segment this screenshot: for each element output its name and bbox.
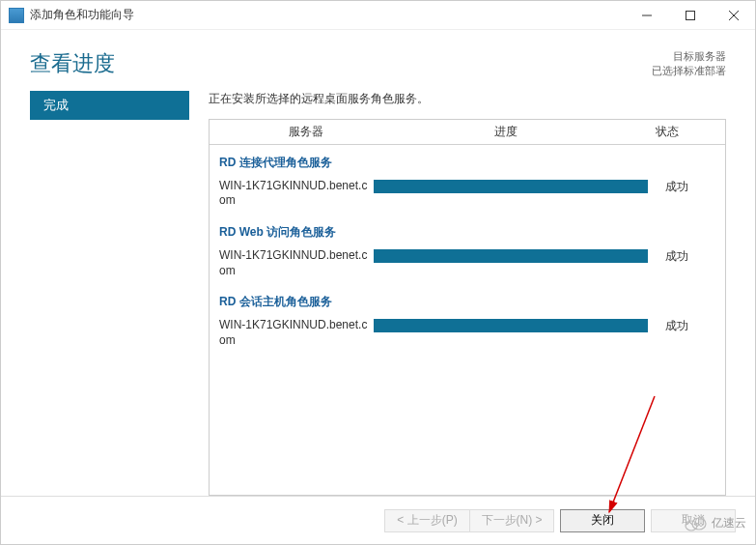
app-icon — [9, 8, 24, 23]
progress-bar-wrap — [374, 248, 648, 263]
content: 正在安装所选择的远程桌面服务角色服务。 服务器 进度 状态 RD 连接代理角色服… — [189, 91, 755, 496]
minimize-button[interactable] — [625, 1, 668, 29]
target-info-label: 目标服务器 — [652, 49, 726, 64]
progress-panel: 服务器 进度 状态 RD 连接代理角色服务 WIN-1K71GKINNUD.be… — [209, 119, 726, 496]
nav-button-group: < 上一步(P) 下一步(N) > — [384, 509, 554, 532]
target-info: 目标服务器 已选择标准部署 — [652, 49, 726, 79]
page-title: 查看进度 — [30, 49, 115, 78]
server-name: WIN-1K71GKINNUD.benet.com — [219, 248, 374, 278]
status-value: 成功 — [648, 179, 715, 195]
prev-button: < 上一步(P) — [384, 509, 469, 532]
server-name: WIN-1K71GKINNUD.benet.com — [219, 179, 374, 209]
progress-bar-wrap — [374, 318, 648, 332]
sidebar-step-done: 完成 — [30, 91, 189, 120]
col-header-status: 状态 — [609, 120, 725, 144]
maximize-button[interactable] — [668, 1, 712, 29]
wizard-window: 添加角色和功能向导 查看进度 目标服务器 已选择标准部署 完成 正在安装所选择的… — [0, 0, 756, 545]
target-info-value: 已选择标准部署 — [652, 64, 726, 78]
window-controls — [625, 1, 755, 29]
progress-headers: 服务器 进度 状态 — [210, 120, 725, 145]
status-value: 成功 — [648, 248, 715, 265]
service-row: WIN-1K71GKINNUD.benet.com 成功 — [219, 318, 715, 348]
service-row: WIN-1K71GKINNUD.benet.com 成功 — [219, 248, 715, 278]
service-block: RD 连接代理角色服务 WIN-1K71GKINNUD.benet.com 成功 — [210, 145, 725, 215]
header-area: 查看进度 目标服务器 已选择标准部署 — [1, 30, 755, 91]
install-message: 正在安装所选择的远程桌面服务角色服务。 — [209, 91, 726, 107]
service-title: RD 连接代理角色服务 — [219, 155, 715, 171]
progress-bar-wrap — [374, 179, 648, 193]
progress-bar — [374, 180, 648, 193]
svg-rect-1 — [686, 11, 694, 19]
service-title: RD Web 访问角色服务 — [219, 224, 715, 241]
sidebar: 完成 — [30, 91, 189, 496]
service-block: RD 会话主机角色服务 WIN-1K71GKINNUD.benet.com 成功 — [210, 284, 725, 354]
next-button: 下一步(N) > — [469, 509, 554, 532]
progress-bar — [374, 319, 648, 332]
titlebar: 添加角色和功能向导 — [1, 1, 755, 30]
server-name: WIN-1K71GKINNUD.benet.com — [219, 318, 374, 348]
cancel-button: 取消 — [651, 509, 736, 532]
body-area: 完成 正在安装所选择的远程桌面服务角色服务。 服务器 进度 状态 RD 连接代理… — [1, 91, 755, 496]
close-button[interactable]: 关闭 — [560, 509, 645, 532]
service-row: WIN-1K71GKINNUD.benet.com 成功 — [219, 179, 715, 209]
status-value: 成功 — [648, 318, 715, 334]
footer: < 上一步(P) 下一步(N) > 关闭 取消 — [1, 496, 755, 544]
close-window-button[interactable] — [712, 1, 755, 29]
progress-bar — [374, 249, 648, 263]
col-header-progress: 进度 — [403, 120, 609, 144]
window-title: 添加角色和功能向导 — [30, 7, 134, 23]
col-header-server: 服务器 — [210, 120, 403, 144]
service-title: RD 会话主机角色服务 — [219, 294, 715, 310]
service-block: RD Web 访问角色服务 WIN-1K71GKINNUD.benet.com … — [210, 215, 725, 284]
